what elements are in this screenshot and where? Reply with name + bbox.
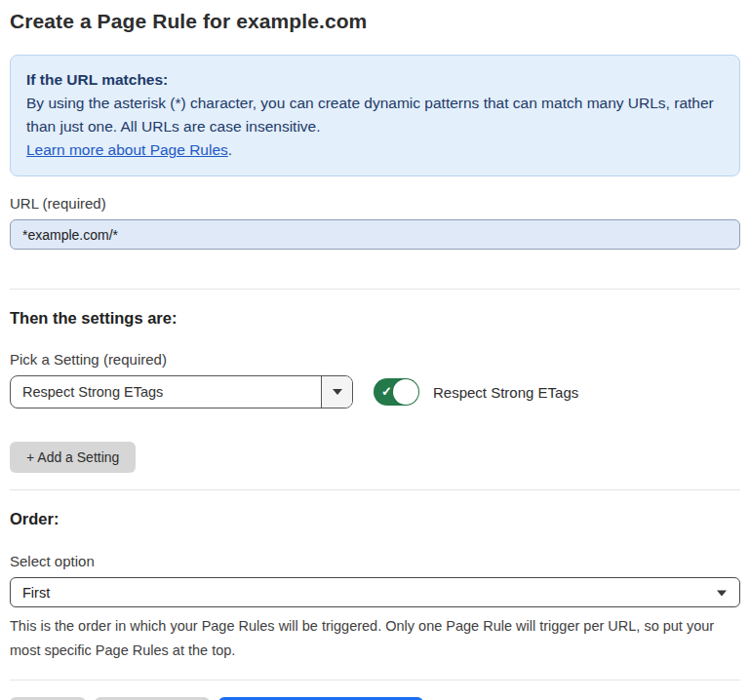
url-field-label: URL (required): [10, 195, 740, 212]
setting-dropdown-value: Respect Strong ETags: [11, 376, 321, 408]
info-box-heading: If the URL matches:: [26, 68, 724, 92]
toggle-wrap: ✓ Respect Strong ETags: [374, 378, 578, 406]
toggle-label: Respect Strong ETags: [433, 384, 578, 401]
divider: [10, 289, 740, 290]
pick-setting-label: Pick a Setting (required): [10, 351, 740, 368]
link-period: .: [228, 141, 232, 158]
order-select[interactable]: First: [10, 577, 740, 607]
check-icon: ✓: [381, 384, 392, 399]
divider: [10, 489, 740, 490]
create-page-rule-page: Create a Page Rule for example.com If th…: [0, 0, 750, 700]
info-box-link-line: Learn more about Page Rules.: [26, 138, 724, 162]
respect-strong-etags-toggle[interactable]: ✓: [374, 378, 419, 406]
info-box-body: By using the asterisk (*) character, you…: [26, 92, 724, 138]
setting-dropdown[interactable]: Respect Strong ETags: [10, 375, 353, 408]
order-section-heading: Order:: [10, 510, 740, 528]
divider: [10, 680, 740, 681]
page-title: Create a Page Rule for example.com: [10, 10, 740, 33]
url-match-info-box: If the URL matches: By using the asteris…: [10, 55, 740, 176]
setting-row: Respect Strong ETags ✓ Respect Strong ET…: [10, 375, 740, 408]
add-setting-button[interactable]: + Add a Setting: [10, 442, 136, 473]
order-help-text: This is the order in which your Page Rul…: [10, 614, 740, 663]
toggle-knob: [393, 379, 418, 405]
order-select-value: First: [22, 585, 50, 601]
chevron-down-icon: [717, 590, 727, 596]
setting-dropdown-arrow-button[interactable]: [321, 376, 352, 408]
url-input[interactable]: [10, 219, 740, 250]
learn-more-link[interactable]: Learn more about Page Rules: [26, 141, 228, 158]
chevron-down-icon: [333, 389, 342, 395]
select-option-label: Select option: [10, 553, 740, 569]
settings-section-heading: Then the settings are:: [10, 309, 740, 328]
